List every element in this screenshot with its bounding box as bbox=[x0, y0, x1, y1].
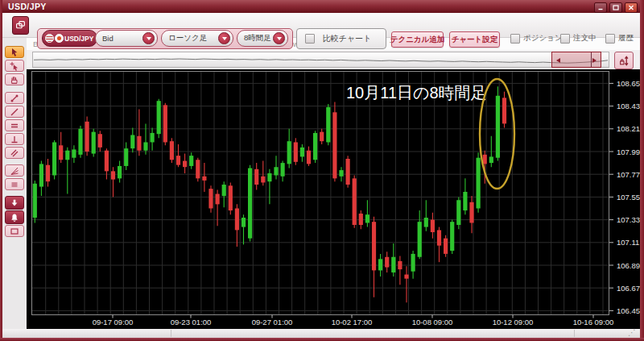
rectangle-tool-button[interactable] bbox=[5, 225, 24, 237]
positions-checkbox-label: ポジション bbox=[523, 33, 563, 44]
close-button[interactable] bbox=[625, 2, 638, 13]
orders-checkbox-label: 注文中 bbox=[573, 33, 597, 44]
compare-chart-panel: 比較チャート bbox=[296, 28, 386, 49]
down-arrow-icon bbox=[10, 198, 19, 208]
positions-checkbox-group: ポジション bbox=[510, 33, 563, 44]
vertical-line-tool-button[interactable] bbox=[5, 133, 24, 145]
chevron-down-icon[interactable] bbox=[218, 32, 230, 44]
diagonal-line-icon bbox=[10, 107, 19, 117]
window-title: USD/JPY bbox=[8, 2, 47, 11]
svg-text:107.33: 107.33 bbox=[617, 215, 640, 224]
svg-text:107.55: 107.55 bbox=[617, 193, 640, 202]
navigator-left-arrow-icon[interactable] bbox=[554, 58, 560, 63]
horizontal-lines-icon bbox=[10, 121, 19, 131]
hand-tool-button[interactable] bbox=[5, 73, 24, 85]
svg-text:09-17 09:00: 09-17 09:00 bbox=[93, 318, 134, 326]
svg-text:09-27 01:00: 09-27 01:00 bbox=[252, 318, 293, 326]
crosshair-tool-button[interactable] bbox=[5, 60, 24, 72]
main-chart[interactable]: 108.65108.43108.21107.99107.77107.55107.… bbox=[27, 69, 640, 329]
download-button[interactable] bbox=[5, 196, 24, 210]
chart-annotation: 10月11日の8時間足 bbox=[346, 84, 487, 102]
svg-text:10-12 09:00: 10-12 09:00 bbox=[493, 318, 534, 326]
history-checkbox-label: 履歴 bbox=[618, 33, 634, 44]
maximize-button[interactable] bbox=[609, 2, 622, 13]
svg-text:10-08 09:00: 10-08 09:00 bbox=[412, 318, 453, 326]
perpendicular-line-icon bbox=[10, 135, 19, 144]
line-tool-button[interactable] bbox=[5, 106, 24, 118]
drawing-tools-sidebar bbox=[2, 37, 27, 329]
pair-selector[interactable]: USD/JPY bbox=[42, 30, 97, 47]
chart-window: USD/JPY USD/JPY Bidローソク足8時間足 比較チャート テクニカ… bbox=[0, 0, 644, 341]
navigator-position-marker bbox=[591, 52, 592, 67]
overview-sparkline bbox=[34, 59, 608, 63]
lock-scale-icon bbox=[619, 56, 630, 66]
fan-lines-tool-button[interactable] bbox=[5, 164, 24, 177]
parallel-lines-icon bbox=[10, 148, 19, 158]
svg-text:108.43: 108.43 bbox=[617, 102, 640, 110]
svg-text:10-16 09:00: 10-16 09:00 bbox=[573, 318, 614, 326]
us-flag-icon bbox=[45, 34, 54, 43]
toolbar: USD/JPY Bidローソク足8時間足 比較チャート テクニカル追加チャート設… bbox=[0, 13, 644, 38]
list-lines-icon bbox=[10, 180, 19, 189]
rectangle-icon bbox=[10, 227, 19, 236]
parallel-lines-tool-button[interactable] bbox=[5, 147, 24, 159]
minimize-button[interactable] bbox=[594, 2, 607, 13]
svg-text:108.21: 108.21 bbox=[617, 124, 640, 133]
window-border-bottom bbox=[0, 338, 644, 341]
close-icon bbox=[628, 5, 634, 10]
navigator-selection[interactable] bbox=[551, 52, 601, 68]
chart-type-select-value: ローソク足 bbox=[162, 33, 218, 44]
history-checkbox-group: 履歴 bbox=[605, 33, 634, 44]
orders-checkbox[interactable] bbox=[560, 34, 570, 44]
status-bar-divider bbox=[574, 330, 575, 337]
chart-navigator bbox=[27, 50, 640, 69]
compare-chart-label: 比較チャート bbox=[315, 33, 386, 44]
add-technical-button[interactable]: テクニカル追加 bbox=[391, 31, 444, 48]
svg-text:107.11: 107.11 bbox=[617, 238, 639, 247]
svg-text:107.77: 107.77 bbox=[617, 170, 640, 179]
price-side-select-value: Bid bbox=[96, 34, 142, 43]
svg-text:10-02 17:00: 10-02 17:00 bbox=[332, 318, 373, 326]
orders-checkbox-group: 注文中 bbox=[560, 33, 597, 44]
duplicate-window-button[interactable] bbox=[12, 16, 29, 35]
resize-grip[interactable]: ⋰ bbox=[628, 329, 636, 337]
compare-chart-checkbox[interactable] bbox=[305, 34, 315, 44]
chart-type-select[interactable]: ローソク足 bbox=[161, 30, 233, 47]
status-bar: ⋰ bbox=[0, 329, 644, 338]
positions-checkbox[interactable] bbox=[510, 34, 520, 44]
status-bar-divider bbox=[171, 330, 171, 337]
fan-lines-icon bbox=[10, 166, 19, 176]
svg-text:108.65: 108.65 bbox=[617, 79, 640, 88]
svg-text:107.99: 107.99 bbox=[617, 148, 640, 156]
window-border-right bbox=[640, 0, 644, 341]
trend-segment-tool-button[interactable] bbox=[5, 92, 24, 104]
history-checkbox[interactable] bbox=[605, 34, 615, 44]
navigator-overview[interactable] bbox=[32, 52, 609, 68]
navigator-right-arrow-icon[interactable] bbox=[592, 58, 599, 63]
chevron-down-icon[interactable] bbox=[142, 32, 155, 44]
axis-scale-lock-button[interactable] bbox=[614, 52, 634, 69]
maximize-icon bbox=[613, 5, 619, 10]
window-border-left bbox=[0, 0, 2, 341]
minimize-icon bbox=[597, 5, 604, 10]
cursor-icon bbox=[10, 48, 19, 57]
timeframe-select[interactable]: 8時間足 bbox=[237, 30, 288, 47]
list-lines-tool-button[interactable] bbox=[5, 178, 24, 190]
chevron-down-icon[interactable] bbox=[273, 32, 285, 44]
alert-button[interactable] bbox=[5, 210, 24, 224]
svg-text:09-23 01:00: 09-23 01:00 bbox=[171, 318, 212, 326]
chart-background bbox=[27, 69, 640, 329]
svg-text:106.45: 106.45 bbox=[617, 306, 640, 315]
window-controls bbox=[594, 2, 638, 13]
svg-text:106.89: 106.89 bbox=[617, 261, 640, 270]
cursor-tool-button[interactable] bbox=[5, 46, 24, 58]
timeframe-select-value: 8時間足 bbox=[237, 33, 273, 44]
price-side-select[interactable]: Bid bbox=[95, 30, 158, 47]
horizontal-lines-tool-button[interactable] bbox=[5, 119, 24, 131]
chart-settings-button[interactable]: チャート設定 bbox=[449, 31, 500, 48]
hand-icon bbox=[10, 75, 19, 85]
title-bar[interactable]: USD/JPY bbox=[0, 0, 644, 13]
pair-label: USD/JPY bbox=[64, 35, 93, 43]
jp-flag-icon bbox=[55, 34, 64, 43]
copy-windows-icon bbox=[15, 20, 26, 31]
